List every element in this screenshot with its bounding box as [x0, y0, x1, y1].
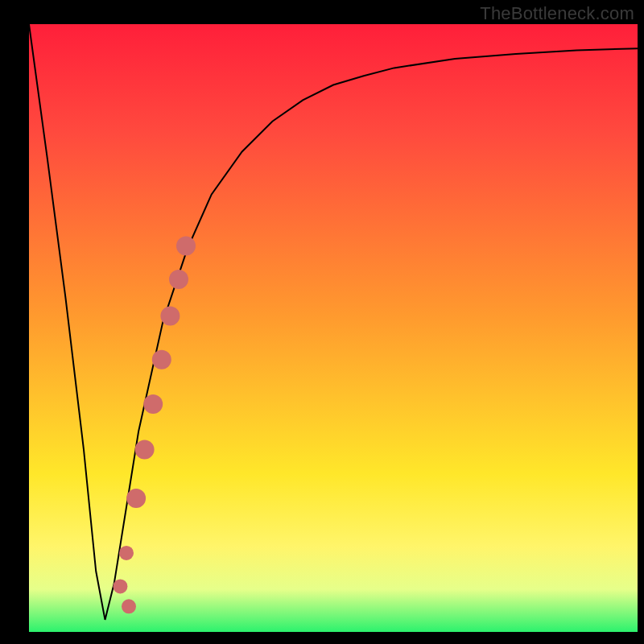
bottleneck-dot: [126, 489, 146, 508]
bottleneck-dot: [135, 440, 155, 460]
bottleneck-dot: [152, 350, 171, 369]
bottleneck-dot: [122, 599, 136, 613]
chart-svg: [0, 0, 644, 644]
watermark-label: TheBottleneck.com: [480, 3, 634, 24]
bottleneck-dot: [176, 237, 196, 256]
bottleneck-dot: [160, 306, 180, 325]
bottleneck-dot: [143, 394, 163, 414]
chart-stage: TheBottleneck.com: [0, 0, 644, 644]
bottleneck-dot: [119, 546, 134, 560]
bottleneck-dot: [169, 270, 188, 289]
bottleneck-dot: [113, 579, 127, 593]
